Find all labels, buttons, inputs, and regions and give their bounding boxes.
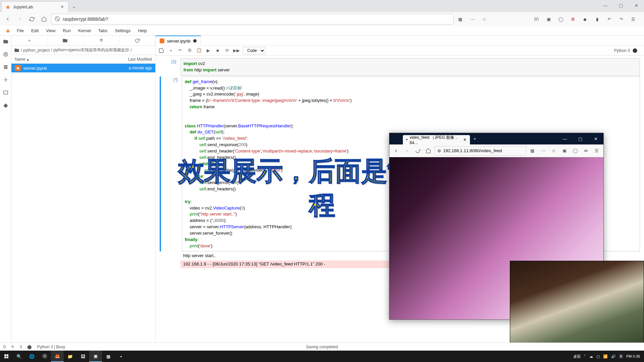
- save-button[interactable]: [158, 48, 164, 53]
- address-bar[interactable]: raspberrypi:8888/lab?: [51, 14, 453, 24]
- win2-account-icon[interactable]: ◯: [571, 146, 580, 156]
- search-button[interactable]: 🔍: [13, 351, 25, 362]
- win2-forward-button[interactable]: [402, 146, 412, 156]
- reload-button[interactable]: [27, 14, 37, 24]
- fb-new-button[interactable]: ＋: [11, 36, 47, 45]
- explorer-icon[interactable]: 📁: [64, 351, 76, 362]
- start-button[interactable]: [0, 351, 13, 362]
- qr-icon[interactable]: ▦: [455, 14, 465, 24]
- menu-kernel[interactable]: Kernel: [75, 27, 94, 35]
- cell-type-select[interactable]: Code: [243, 47, 265, 54]
- tray-desktop-label[interactable]: 桌面: [573, 354, 581, 359]
- run-button[interactable]: ▶: [205, 48, 211, 53]
- firefox-icon[interactable]: 🦊: [51, 351, 64, 362]
- file-row[interactable]: ▣ server.ipynb a minute ago: [11, 64, 155, 72]
- notebook-tab[interactable]: server.ipynb: [156, 36, 201, 46]
- tab-close-icon[interactable]: ✕: [59, 4, 65, 10]
- library-icon[interactable]: [532, 14, 541, 24]
- stop-button[interactable]: ■: [215, 48, 221, 53]
- terminal-icon[interactable]: ▣: [89, 351, 102, 362]
- hamburger-icon[interactable]: ☰: [629, 14, 638, 24]
- tray-clock[interactable]: PM 5:36: [626, 354, 640, 358]
- account-icon[interactable]: ◯: [556, 14, 566, 24]
- tray-network-icon[interactable]: 📶: [603, 354, 608, 359]
- cell-prompt: [*]:: [161, 76, 182, 252]
- status-left1: 0: [3, 345, 6, 349]
- win2-maximize-button[interactable]: ▢: [573, 133, 588, 144]
- fb-refresh-button[interactable]: [119, 36, 155, 45]
- minimize-button[interactable]: —: [598, 0, 613, 11]
- fb-new-folder-button[interactable]: [47, 36, 83, 45]
- tray-volume-icon[interactable]: 🔊: [611, 354, 616, 359]
- menu-view[interactable]: View: [43, 27, 59, 35]
- rail-folder-icon[interactable]: [2, 38, 9, 45]
- rail-commands-icon[interactable]: [2, 64, 9, 70]
- back-button[interactable]: [3, 14, 13, 24]
- fb-upload-button[interactable]: [84, 36, 119, 45]
- code-cell[interactable]: import cv2 from http import server: [180, 58, 640, 76]
- win2-reload-button[interactable]: [413, 146, 422, 156]
- copy-cell-button[interactable]: ⧉: [186, 48, 193, 54]
- win2-library-icon[interactable]: ⎅: [549, 146, 558, 156]
- forward-button[interactable]: [15, 14, 25, 24]
- fb-col-name[interactable]: Name ▴: [15, 57, 112, 62]
- win2-hamburger-icon[interactable]: ☰: [592, 146, 601, 156]
- win2-more-icon[interactable]: ⋯: [538, 146, 548, 156]
- jupyter-logo-icon: ◉: [3, 27, 13, 35]
- menu-run[interactable]: Run: [59, 27, 74, 35]
- more-icon[interactable]: ⋯: [468, 14, 477, 24]
- sidebar-icon[interactable]: ▣: [544, 14, 553, 24]
- chrome-icon[interactable]: 🌐: [25, 351, 38, 362]
- menu-tabs[interactable]: Tabs: [95, 27, 111, 35]
- win2-tab-close-icon[interactable]: ✕: [463, 137, 467, 142]
- win2-back-button[interactable]: [391, 146, 401, 156]
- add-cell-button[interactable]: ＋: [168, 48, 174, 54]
- ie-icon[interactable]: ⓔ: [38, 351, 51, 362]
- rail-tabs-icon[interactable]: [2, 89, 9, 96]
- menu-settings[interactable]: Settings: [111, 27, 134, 35]
- win2-overflow-icon[interactable]: ≫: [581, 146, 591, 156]
- menu-edit[interactable]: Edit: [28, 27, 42, 35]
- browser-tab[interactable]: ◉ JupyterLab ✕: [1, 1, 68, 12]
- win2-sidebar-icon[interactable]: ▣: [560, 146, 569, 156]
- app-icon[interactable]: ▦: [102, 351, 115, 362]
- cmd-icon[interactable]: ▪: [115, 351, 127, 362]
- tray-ime-mode[interactable]: 英: [619, 354, 623, 359]
- tray-onedrive-icon[interactable]: ☁: [589, 354, 593, 359]
- bookmark-icon[interactable]: ☆: [480, 14, 489, 24]
- ext2-icon[interactable]: ▮: [592, 14, 602, 24]
- undo-icon[interactable]: ↶: [604, 14, 614, 24]
- cut-cell-button[interactable]: ✂: [177, 48, 183, 54]
- ext1-icon[interactable]: ◆: [580, 14, 590, 24]
- new-tab-button[interactable]: ＋: [68, 3, 79, 12]
- win2-new-tab-button[interactable]: ＋: [470, 136, 479, 142]
- menu-help[interactable]: Help: [135, 27, 150, 35]
- fb-col-modified[interactable]: Last Modified: [112, 57, 152, 62]
- maximize-button[interactable]: ▢: [613, 0, 629, 11]
- win2-close-button[interactable]: ✕: [588, 133, 603, 144]
- svg-rect-7: [4, 65, 7, 66]
- win2-address-bar[interactable]: ⊘ 192.168.1.11:8080/video_feed: [434, 146, 526, 156]
- rail-ext-icon[interactable]: [2, 102, 9, 109]
- rail-property-icon[interactable]: [2, 76, 9, 83]
- status-left2: 3: [20, 345, 22, 349]
- home-button[interactable]: [39, 14, 49, 24]
- win2-tab[interactable]: • video_feed （JPEG 图像，64… ✕: [403, 135, 470, 144]
- fast-forward-button[interactable]: ▶▶: [233, 48, 239, 53]
- win2-qr-icon[interactable]: ▦: [528, 146, 537, 156]
- win2-home-button[interactable]: [424, 146, 433, 156]
- redo-icon[interactable]: ↷: [616, 14, 626, 24]
- tray-chevron-icon[interactable]: ˄: [584, 354, 586, 359]
- restart-button[interactable]: ⟳: [224, 48, 230, 53]
- photos-icon[interactable]: 🖼: [76, 351, 89, 362]
- ublock-icon[interactable]: ⛨: [568, 14, 578, 24]
- rail-running-icon[interactable]: [2, 51, 9, 58]
- status-kernel: Python 3 | Busy: [37, 345, 65, 349]
- breadcrumb[interactable]: /python_project/python+opencv实现超简单的远程视频监…: [11, 46, 155, 55]
- close-window-button[interactable]: ✕: [629, 0, 644, 11]
- tray-app-icon[interactable]: ▢: [596, 354, 600, 359]
- kernel-name[interactable]: Python 3: [614, 48, 630, 53]
- paste-cell-button[interactable]: 📋: [196, 48, 202, 54]
- win2-minimize-button[interactable]: —: [557, 133, 573, 144]
- menu-file[interactable]: File: [13, 27, 27, 35]
